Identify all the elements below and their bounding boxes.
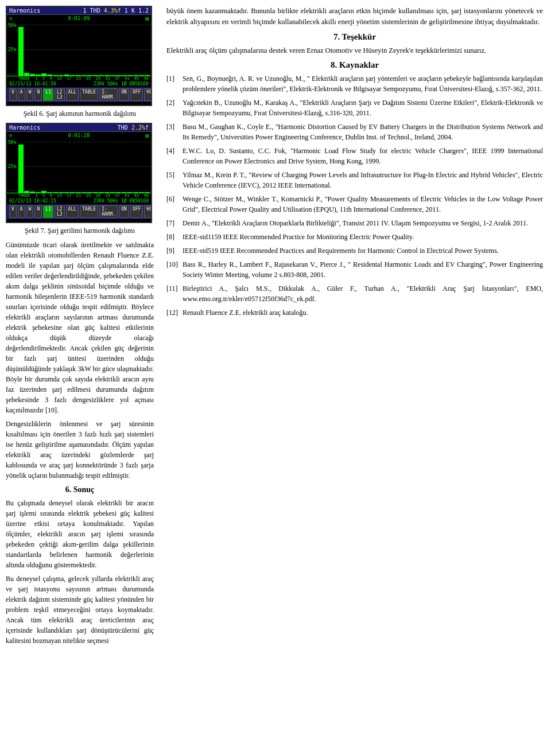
reference-item: [4]E.W.C. Lo, D. Sustanto, C.C. Fok, "Ha… xyxy=(166,146,543,166)
h2-bar-13 xyxy=(87,192,92,193)
reference-item: [10]Bass R., Harley R., Lambert F., Raja… xyxy=(166,259,543,280)
harm2-btn-iharm[interactable]: I-HARM. xyxy=(99,205,118,218)
label-50: 50% xyxy=(8,23,16,28)
h2-bar-10 xyxy=(70,192,75,193)
harm2-btn-l1[interactable]: L1 xyxy=(43,205,53,218)
ref-text: Yilmaz M., Krein P. T., "Review of Charg… xyxy=(183,170,543,190)
bar-13 xyxy=(87,75,92,76)
harm2-btn-table[interactable]: TABLE xyxy=(80,205,98,218)
ref-num: [4] xyxy=(166,146,179,166)
ref-num: [11] xyxy=(166,283,179,304)
bar-15 xyxy=(99,75,104,76)
harm2-btn-off[interactable]: OFF xyxy=(130,205,143,218)
sonuc-text2: Bu deneysel çalışma, gelecek yıllarda el… xyxy=(6,574,154,646)
reference-item: [5]Yilmaz M., Krein P. T., "Review of Ch… xyxy=(166,170,543,190)
reference-item: [3]Basu M., Gaughan K., Coyle E., "Harmo… xyxy=(166,122,543,142)
ref-text: Bass R., Harley R., Lambert F., Rajaseka… xyxy=(183,259,543,280)
h2-bar-4 xyxy=(36,192,41,193)
section8-heading: 8. Kaynaklar xyxy=(166,60,543,70)
harm1-btn-l23[interactable]: L2 L3 xyxy=(55,88,65,101)
reference-item: [7]Demir A., "Elektrikli Araçların Otopa… xyxy=(166,218,543,228)
h2-bar-18 xyxy=(116,192,121,193)
harm2-btn-n[interactable]: N xyxy=(34,205,42,218)
harm1-btn-iharm[interactable]: I-HARM. xyxy=(99,88,118,101)
bar-18 xyxy=(116,75,121,76)
h2-bar-23 xyxy=(145,192,150,193)
bar-17 xyxy=(110,75,115,76)
harm1-btn-w[interactable]: W xyxy=(26,88,34,101)
tesekkur-text: Elektrikli araç ölçüm çalışmalarına dest… xyxy=(166,45,543,56)
h2-label-25: 25% xyxy=(8,164,16,169)
ref-num: [9] xyxy=(166,245,179,256)
h2-bar-12 xyxy=(82,192,87,193)
ref-num: [3] xyxy=(166,122,179,142)
harm1-thd: 1 THD 4.3%f 1 K 1.2 xyxy=(83,7,149,14)
sonuc-text1: Bu çalışmada deneysel olarak elektrikli … xyxy=(6,498,154,570)
harm2-btn-w[interactable]: W xyxy=(26,205,34,218)
h2-bar-9 xyxy=(64,192,69,193)
ref-num: [12] xyxy=(166,307,179,318)
bar-23 xyxy=(145,75,150,76)
harm2-footer: 02/23/13 16:42:15 230V 50Hz 1Ø EN50160 xyxy=(7,198,151,204)
h2-bar-3 xyxy=(30,192,35,193)
bar-14 xyxy=(93,75,98,76)
left-intro-text: Günümüzde ticari olarak üretilmekte ve s… xyxy=(6,240,154,415)
fig6-caption: Şekil 6. Şarj akımının harmonik dağılımı xyxy=(6,110,154,118)
harm1-btn-v[interactable]: V xyxy=(9,88,17,101)
bar-22 xyxy=(139,75,144,76)
right-intro: büyük önem kazanmaktadır. Bununla birlik… xyxy=(166,6,543,28)
harm1-btn-off[interactable]: OFF xyxy=(130,88,143,101)
ref-num: [6] xyxy=(166,194,179,215)
harm2-btn-a[interactable]: A xyxy=(18,205,25,218)
h2-bar-1 xyxy=(18,145,24,193)
harm1-xaxis: THDDC 15913172125293337414549 xyxy=(7,76,151,81)
right-column: büyük önem kazanmaktadır. Bununla birlik… xyxy=(161,0,551,756)
ref-num: [7] xyxy=(166,218,179,228)
harm1-btn-l1[interactable]: L1 xyxy=(43,88,53,101)
h2-bar-2 xyxy=(24,191,29,193)
bar-10 xyxy=(70,75,75,76)
harm2-btn-v[interactable]: V xyxy=(9,205,17,218)
harm1-btn-on[interactable]: ON xyxy=(119,88,129,101)
harm1-btn-n[interactable]: N xyxy=(34,88,42,101)
harm1-btn-table[interactable]: TABLE xyxy=(80,88,98,101)
h2-bar-22 xyxy=(139,192,144,193)
bar-3 xyxy=(30,74,35,76)
harm2-btn-on[interactable]: ON xyxy=(119,205,129,218)
left-text2: Dengesizliklerin önlenmesi ve şarj süres… xyxy=(6,419,154,481)
bar-20 xyxy=(127,75,133,76)
ref-text: IEEE-std519 IEEE Recommended Practices a… xyxy=(183,245,543,256)
ref-num: [5] xyxy=(166,170,179,190)
harm1-btn-a[interactable]: A xyxy=(18,88,25,101)
harmonics-display-2: Harmonics THD 2.2%f ⊙ 0:01:28 ▤ 50% 25% xyxy=(6,123,152,223)
reference-item: [2]Yağcıtekin B., Uzunoğlu M., Karakaş A… xyxy=(166,98,543,118)
ref-text: IEEE-std1159 IEEE Recommended Practice f… xyxy=(183,232,543,242)
h2-bar-6 xyxy=(47,192,52,193)
ref-text: E.W.C. Lo, D. Sustanto, C.C. Fok, "Harmo… xyxy=(183,146,543,166)
references-list: [1]Sen, G., Boynueğri, A. R. ve Uzunoğlu… xyxy=(166,73,543,318)
ref-num: [10] xyxy=(166,259,179,280)
harm1-btn-hold[interactable]: HOLD xyxy=(144,88,152,101)
harm1-btn-all[interactable]: ALL xyxy=(66,88,79,101)
h2-bar-7 xyxy=(53,192,58,193)
ref-num: [8] xyxy=(166,232,179,242)
ref-text: Renault Fluence Z.E. elektrikli araç kat… xyxy=(183,307,543,318)
harm2-header: Harmonics THD 2.2%f xyxy=(7,124,151,132)
harm2-bars xyxy=(18,138,150,193)
h2-bar-11 xyxy=(76,192,81,193)
ref-num: [2] xyxy=(166,98,179,118)
harm2-btn-l23[interactable]: L2 L3 xyxy=(55,205,65,218)
ref-text: Demir A., "Elektrikli Araçların Otoparkl… xyxy=(183,218,543,228)
harm2-btn-hold[interactable]: HOLD xyxy=(144,205,152,218)
h2-bar-5 xyxy=(41,191,46,193)
fig7-caption: Şekil 7. Şarj gerilimi harmonik dağılımı xyxy=(6,227,154,235)
reference-item: [12]Renault Fluence Z.E. elektrikli araç… xyxy=(166,307,543,318)
reference-item: [8]IEEE-std1159 IEEE Recommended Practic… xyxy=(166,232,543,242)
harm2-chart: 50% 25% xyxy=(7,139,151,193)
harmonics-display-1: Harmonics 1 THD 4.3%f 1 K 1.2 ⊙ 0:01:09 … xyxy=(6,6,152,106)
harm2-thd: THD 2.2%f xyxy=(118,124,149,131)
harm2-xaxis: THDDC 15913172125293337414549 xyxy=(7,193,151,198)
harm2-btnrow: V A W N L1 L2 L3 ALL TABLE I-HARM. ON OF… xyxy=(7,204,151,219)
h2-bar-17 xyxy=(110,192,115,193)
harm2-btn-all[interactable]: ALL xyxy=(66,205,79,218)
